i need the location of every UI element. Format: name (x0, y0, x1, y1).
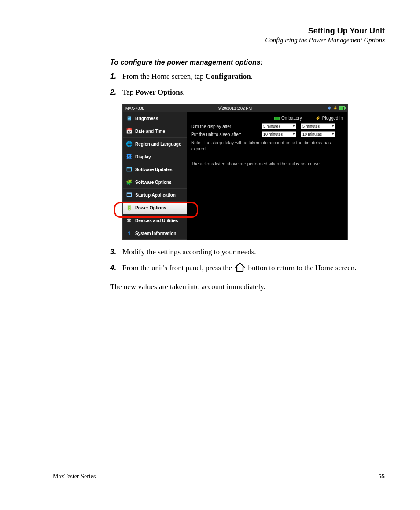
sidebar-item-region-language[interactable]: 🌐 Region and Language (123, 138, 187, 150)
sidebar-item-power-options[interactable]: 🔋 Power Options (123, 202, 187, 214)
settings-panel: On battery ⚡Plugged in Dim the display a… (187, 112, 347, 240)
task-heading: To configure the power management option… (110, 59, 385, 66)
battery-icon: 🔋 (125, 204, 133, 211)
image-icon: 🖼 (125, 153, 133, 160)
globe-icon: 🌐 (125, 140, 133, 147)
step-1: 1. From the Home screen, tap Configurati… (110, 71, 385, 82)
footer-series: MaxTester Series (53, 473, 96, 480)
step-4: 4. From the unit's front panel, press th… (110, 262, 385, 275)
tools-icon: ✖ (125, 217, 133, 224)
dim-plugged-dropdown[interactable]: 5 minutes (301, 123, 335, 129)
home-button-icon (234, 262, 246, 275)
monitor-icon: 🖥 (125, 115, 133, 122)
battery-mini-icon (339, 106, 345, 110)
sidebar-item-date-time[interactable]: 📅 Date and Time (123, 125, 187, 138)
sleep-note: Note: The sleep delay will be taken into… (191, 140, 343, 152)
calendar-icon: 📅 (125, 128, 133, 135)
step-number: 2. (110, 87, 122, 98)
column-plugged-in: ⚡Plugged in (315, 116, 343, 121)
step-bold: Power Options (136, 88, 183, 96)
sidebar-item-label: Devices and Utilities (135, 218, 178, 223)
page-number: 55 (379, 473, 385, 480)
titlebar-status: ✱ ⚡ (328, 106, 345, 110)
battery-small-icon (274, 117, 280, 120)
sidebar-item-label: Power Options (135, 205, 166, 210)
plug-mini-icon: ⚡ (333, 106, 338, 110)
sidebar-item-label: Software Options (135, 180, 172, 185)
chapter-title: Setting Up Your Unit (53, 26, 385, 36)
step-text: Tap (122, 88, 136, 96)
sidebar-item-software-options[interactable]: 🧩 Software Options (123, 176, 187, 189)
sleep-label: Put the unit to sleep after: (191, 132, 257, 137)
sidebar-item-software-updates[interactable]: 🗔 Software Updates (123, 163, 187, 176)
sidebar-item-label: Brightness (135, 116, 158, 121)
step-number: 4. (110, 262, 122, 275)
plug-icon: ⚡ (315, 116, 321, 121)
sidebar-item-devices-utilities[interactable]: ✖ Devices and Utilities (123, 214, 187, 227)
window-icon: 🗔 (125, 191, 133, 198)
sidebar-item-label: Display (135, 154, 151, 159)
section-subtitle: Configuring the Power Management Options (53, 37, 385, 44)
step-3: 3. Modify the settings according to your… (110, 246, 385, 258)
sidebar-item-system-information[interactable]: ℹ System Information (123, 227, 187, 240)
sidebar-item-label: System Information (135, 231, 176, 236)
sidebar-item-label: Startup Application (135, 193, 176, 198)
dim-label: Dim the display after: (191, 124, 257, 129)
sleep-battery-dropdown[interactable]: 10 minutes (262, 131, 296, 137)
step-text-post: button to return to the Home screen. (248, 264, 357, 272)
step-text: Modify the settings according to your ne… (122, 246, 256, 258)
header-divider (53, 48, 385, 48)
sidebar-item-startup-application[interactable]: 🗔 Startup Application (123, 189, 187, 202)
dim-battery-dropdown[interactable]: 5 minutes (262, 123, 296, 129)
settings-sidebar: 🖥 Brightness 📅 Date and Time 🌐 Region an… (123, 112, 187, 240)
sidebar-item-brightness[interactable]: 🖥 Brightness (123, 112, 187, 125)
sidebar-item-display[interactable]: 🖼 Display (123, 150, 187, 163)
step-bold: Configuration (206, 72, 251, 81)
titlebar: MAX-700B 9/20/2013 3:02 PM ✱ ⚡ (123, 104, 347, 112)
titlebar-datetime: 9/20/2013 3:02 PM (123, 106, 347, 110)
column-on-battery: On battery (274, 116, 302, 121)
step-number: 1. (110, 71, 122, 82)
step-2: 2. Tap Power Options. (110, 87, 385, 98)
step-number: 3. (110, 246, 122, 258)
update-icon: 🗔 (125, 166, 133, 173)
sleep-plugged-dropdown[interactable]: 10 minutes (301, 131, 335, 137)
step-text: From the Home screen, tap (122, 72, 206, 81)
sidebar-item-label: Region and Language (135, 142, 181, 147)
sidebar-item-label: Software Updates (135, 167, 172, 172)
puzzle-icon: 🧩 (125, 179, 133, 186)
closing-paragraph: The new values are taken into account im… (110, 281, 385, 293)
bluetooth-icon: ✱ (328, 106, 331, 110)
actions-note: The actions listed above are performed w… (191, 161, 343, 167)
info-icon: ℹ (125, 230, 133, 237)
sidebar-item-label: Date and Time (135, 129, 165, 134)
step-text-pre: From the unit's front panel, press the (122, 264, 234, 272)
device-screenshot: MAX-700B 9/20/2013 3:02 PM ✱ ⚡ 🖥 Brightn… (122, 104, 348, 240)
